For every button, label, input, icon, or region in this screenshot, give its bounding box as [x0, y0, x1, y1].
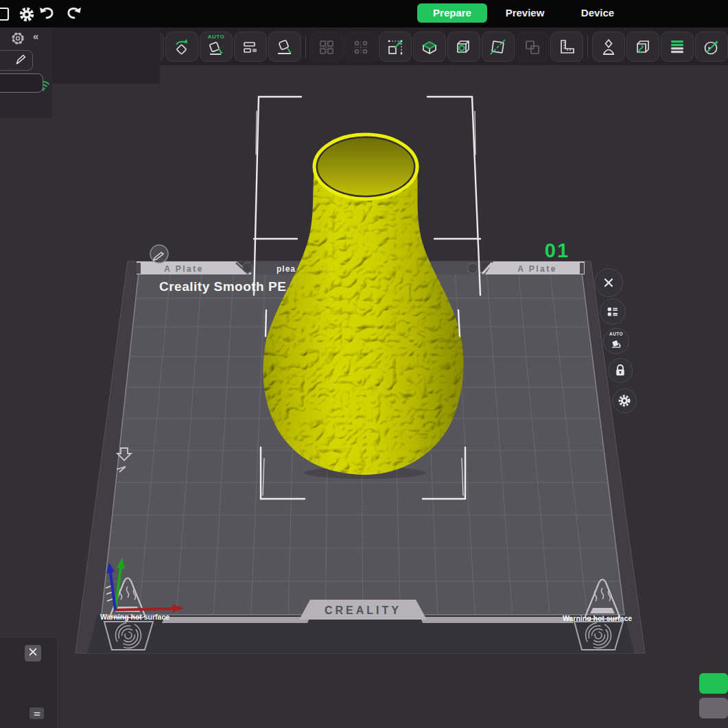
- plate-tab-middle-label: plea: [277, 264, 296, 274]
- lock-icon: [611, 362, 629, 379]
- tab-device[interactable]: Device: [570, 3, 625, 23]
- vase-model[interactable]: [263, 134, 463, 479]
- vase-opening: [318, 138, 414, 196]
- toolbar-align-button[interactable]: [234, 32, 267, 62]
- toolbar-support-button[interactable]: [592, 32, 625, 62]
- plate-number: 01: [545, 239, 570, 261]
- settings-icon[interactable]: [18, 5, 36, 23]
- plate-tab-right-label: A Plate: [517, 264, 557, 274]
- toolbar-rotate-button[interactable]: [165, 32, 198, 62]
- pencil-icon: [15, 54, 27, 68]
- plate-tab-right[interactable]: A Plate: [482, 261, 585, 274]
- view-list-button[interactable]: [600, 298, 626, 325]
- split-icon: [420, 38, 439, 57]
- drill-icon: [454, 38, 473, 57]
- tab-preview[interactable]: Preview: [497, 3, 552, 23]
- toolbar-auto-orient-label: AUTO: [200, 34, 232, 40]
- printer-name-input[interactable]: [0, 73, 43, 93]
- top-menu-bar: Prepare Preview Device: [0, 0, 728, 27]
- close-icon: [28, 647, 38, 659]
- plate-tab-left[interactable]: A Plate: [137, 261, 253, 274]
- toolbar-scale-button[interactable]: [379, 32, 412, 62]
- view-list-icon: [604, 303, 622, 320]
- plate-surface-label: Creality Smooth PE: [159, 279, 286, 294]
- redo-icon[interactable]: [65, 5, 83, 23]
- toolbar-paint-button[interactable]: [695, 32, 728, 62]
- toolbar-split-button[interactable]: [413, 32, 446, 62]
- primary-action-button[interactable]: [699, 673, 728, 694]
- toolbar-layer-height-button[interactable]: [661, 32, 694, 62]
- lock-button[interactable]: [608, 358, 633, 383]
- align-icon: [241, 38, 260, 57]
- rotate-icon: [172, 38, 191, 57]
- tab-prepare[interactable]: Prepare: [417, 3, 487, 23]
- bottom-left-panel: [0, 637, 58, 728]
- auto-arrange-button[interactable]: AUTO: [603, 328, 629, 354]
- close-button[interactable]: [594, 268, 623, 297]
- toolbar-lay-flat-button[interactable]: [268, 32, 301, 62]
- auto-orient-icon: [207, 38, 226, 57]
- vase-body: [263, 168, 463, 475]
- measure-icon: [557, 38, 576, 57]
- secondary-action-button[interactable]: [699, 698, 728, 718]
- printer-edit-button[interactable]: [0, 50, 33, 71]
- paint-icon: [702, 38, 721, 57]
- minus-icon: [33, 707, 41, 720]
- toolbar-measure-button[interactable]: [550, 32, 583, 62]
- panel-close-button[interactable]: [25, 645, 41, 661]
- plate-tab-left-label: A Plate: [164, 264, 204, 274]
- warning-text-left: Warning hot surface: [100, 613, 169, 621]
- toolbar-cut-button[interactable]: [482, 32, 515, 62]
- seam-icon: [633, 38, 653, 57]
- auto-arrange-icon: [609, 336, 624, 351]
- plate-settings-icon: [615, 392, 633, 410]
- plate-settings-button[interactable]: [612, 388, 637, 413]
- distribute-icon: [351, 38, 371, 57]
- tab-divider-dot: [468, 263, 478, 274]
- merge-icon: [523, 38, 542, 57]
- collapse-panel-icon[interactable]: «: [33, 30, 38, 42]
- cut-icon: [489, 38, 508, 57]
- layer-height-icon: [668, 38, 687, 57]
- toolbar-merge-button[interactable]: [516, 32, 549, 62]
- plate-brand: CREALITY: [299, 600, 427, 620]
- plate-front-highlight: [162, 617, 310, 623]
- toolbar-drill-button[interactable]: [447, 32, 480, 62]
- file-icon[interactable]: [0, 5, 12, 23]
- support-icon: [599, 38, 618, 57]
- brand-logo-text: CREALITY: [325, 604, 401, 616]
- scale-icon: [386, 38, 405, 57]
- panel-minimize-button[interactable]: [30, 707, 44, 719]
- toolbar-separator: [585, 33, 591, 60]
- arrange-icon: [317, 38, 336, 57]
- panel-settings-icon[interactable]: [11, 32, 25, 45]
- toolbar-distribute-button[interactable]: [344, 32, 377, 62]
- plate-front-highlight: [420, 617, 574, 623]
- undo-icon[interactable]: [38, 5, 56, 23]
- toolbar-separator: [303, 33, 309, 60]
- tab-divider-dot: [243, 263, 253, 273]
- toolbar-seam-button[interactable]: [626, 32, 659, 62]
- toolbar-arrange-button[interactable]: [310, 32, 343, 62]
- toolbar-auto-orient-button[interactable]: AUTO: [200, 32, 233, 62]
- plate-edit-button[interactable]: [150, 245, 168, 263]
- left-panel: «: [0, 27, 52, 118]
- close-icon: [598, 272, 619, 293]
- lay-flat-icon: [275, 38, 294, 57]
